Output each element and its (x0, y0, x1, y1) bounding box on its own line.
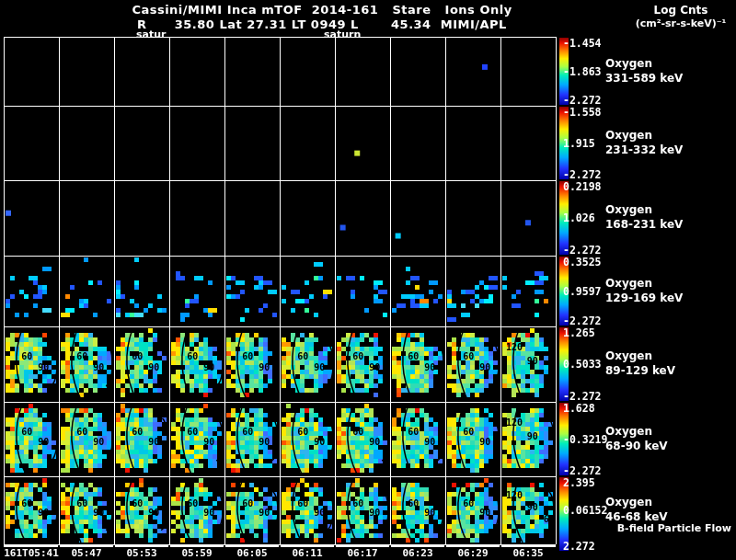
bfield-flow-label: B-field Particle Flow (589, 522, 731, 534)
scale-top-row-7: 2.395 (563, 476, 650, 489)
band-label-row-3: Oxygen168-231 keV (605, 202, 734, 232)
band-label-row-7: Oxygen46-68 keV (605, 495, 734, 524)
scale-bottom-row-2: -2.272 (563, 168, 650, 181)
time-label-9: 06:35 (489, 547, 567, 559)
band-species: Oxygen (605, 495, 734, 509)
scale-bottom-row-6: -2.272 (563, 464, 650, 477)
band-species: Oxygen (605, 424, 734, 439)
scale-top-row-3: 0.2198 (563, 180, 650, 193)
band-energy-range: 331-589 keV (605, 71, 734, 86)
band-label-row-5: Oxygen89-129 keV (605, 349, 734, 378)
scale-bottom-row-4: -2.272 (563, 314, 650, 327)
saturn-label-center: saturn (324, 29, 361, 40)
scale-top-row-5: 1.265 (563, 326, 650, 339)
mimi-inca-display: Cassini/MIMI Inca mTOF 2014-161 Stare Io… (0, 0, 736, 560)
band-species: Oxygen (605, 202, 734, 217)
band-energy-range: 168-231 keV (605, 217, 734, 232)
band-energy-range: 129-169 keV (605, 291, 734, 305)
scale-top-row-4: 0.3525 (563, 256, 650, 269)
colorbar-units-formula: (cm²-sr-s-keV)⁻¹ (607, 17, 736, 29)
saturn-label-left: satur (136, 29, 166, 40)
scale-bottom-row-5: -2.272 (563, 390, 650, 403)
scale-bottom-row-1: -2.272 (563, 94, 650, 107)
scale-bottom-row-3: -2.272 (563, 244, 650, 257)
band-energy-range: 231-332 keV (605, 143, 734, 157)
page-subtitle: R 35.80 Lat 27.31 LT 0949 L 45.34 MIMI/A… (0, 17, 644, 31)
band-species: Oxygen (605, 276, 734, 291)
band-label-row-2: Oxygen231-332 keV (605, 128, 734, 157)
scale-top-row-6: 1.628 (563, 402, 650, 415)
scale-top-row-1: -1.454 (563, 37, 650, 50)
band-label-row-6: Oxygen68-90 keV (605, 424, 734, 453)
band-species: Oxygen (605, 349, 734, 363)
page-title: Cassini/MIMI Inca mTOF 2014-161 Stare Io… (0, 3, 644, 17)
colorbar-units-title: Log Cnts (612, 4, 736, 17)
band-energy-range: 68-90 keV (605, 439, 734, 453)
band-label-row-4: Oxygen129-169 keV (605, 276, 734, 305)
scale-bottom-row-7: 2.272 (563, 540, 650, 553)
scale-top-row-2: -1.558 (563, 106, 650, 119)
band-label-row-1: Oxygen331-589 keV (605, 56, 734, 86)
band-species: Oxygen (605, 56, 734, 71)
band-species: Oxygen (605, 128, 734, 143)
band-energy-range: 89-129 keV (605, 363, 734, 378)
